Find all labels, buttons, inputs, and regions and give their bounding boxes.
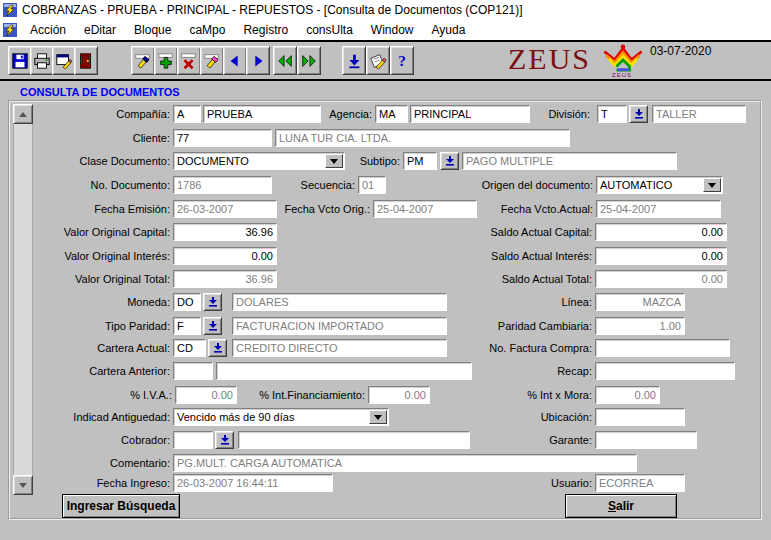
division-lov-button[interactable]: [629, 105, 648, 123]
previous-record-icon: [226, 52, 244, 70]
enter-query-button[interactable]: [131, 46, 155, 75]
tipo-paridad-code-field[interactable]: F: [173, 317, 201, 335]
origen-documento-select[interactable]: AUTOMATICO: [596, 176, 723, 194]
valor-original-interes-field[interactable]: 0.00: [173, 247, 277, 265]
int-financiamiento-field[interactable]: 0.00: [368, 386, 430, 404]
cobrador-lov-button[interactable]: [215, 431, 234, 449]
iva-field[interactable]: 0.00: [175, 386, 237, 404]
ubicacion-field[interactable]: [595, 408, 685, 426]
lov-arrow-icon: [212, 342, 224, 354]
next-record-button[interactable]: [246, 46, 270, 75]
menu-bloque[interactable]: Bloque: [125, 21, 180, 39]
menu-accion[interactable]: Acción: [21, 21, 75, 39]
valor-original-interes-label: Valor Original Interés:: [38, 249, 170, 264]
menu-editar[interactable]: eDitar: [75, 21, 125, 39]
valor-original-total-label: Valor Original Total:: [38, 272, 170, 287]
menu-window[interactable]: Window: [362, 21, 423, 39]
division-name-field[interactable]: TALLER: [652, 105, 746, 123]
subtipo-code-field[interactable]: PM: [403, 152, 437, 170]
iva-label: % I.V.A.:: [60, 388, 172, 403]
moneda-lov-button[interactable]: [203, 293, 222, 311]
linea-label: Línea:: [500, 295, 592, 310]
edit-button[interactable]: [366, 46, 390, 75]
cartera-anterior-name-field[interactable]: [216, 362, 472, 380]
next-block-button[interactable]: [297, 46, 321, 75]
valor-original-total-field[interactable]: 36.96: [173, 270, 277, 288]
clase-documento-select[interactable]: DOCUMENTO: [173, 152, 345, 170]
recap-field[interactable]: [595, 362, 735, 380]
cartera-actual-lov-button[interactable]: [208, 339, 227, 357]
vertical-scrollbar[interactable]: [13, 104, 33, 495]
moneda-code-field[interactable]: DO: [173, 293, 201, 311]
fecha-emision-field[interactable]: 26-03-2007: [173, 200, 277, 218]
secuencia-field[interactable]: 01: [358, 176, 386, 194]
form-icon: [3, 23, 17, 37]
cliente-code-field[interactable]: 77: [173, 129, 272, 147]
agencia-code-field[interactable]: MA: [375, 105, 408, 123]
delete-record-icon: [180, 52, 198, 70]
moneda-name-field[interactable]: DOLARES: [232, 293, 447, 311]
save-button[interactable]: [8, 46, 32, 75]
scroll-down-icon: [19, 483, 27, 492]
fecha-vcto-actual-label: Fecha Vcto.Actual:: [490, 202, 593, 217]
menu-campo[interactable]: caMpo: [180, 21, 234, 39]
help-button[interactable]: ?: [390, 46, 414, 75]
compania-code-field[interactable]: A: [173, 105, 201, 123]
saldo-actual-interes-field[interactable]: 0.00: [595, 247, 727, 265]
int-mora-label: % Int x Mora:: [490, 388, 592, 403]
print-button[interactable]: [30, 46, 54, 75]
indicad-antiguedad-select[interactable]: Vencido más de 90 días: [173, 408, 389, 426]
menu-ayuda[interactable]: Ayuda: [423, 21, 475, 39]
no-factura-compra-label: No. Factura Compra:: [460, 341, 592, 356]
fecha-vcto-orig-field[interactable]: 25-04-2007: [373, 200, 477, 218]
no-documento-field[interactable]: 1786: [173, 176, 272, 194]
fecha-vcto-actual-field[interactable]: 25-04-2007: [596, 200, 721, 218]
salir-button[interactable]: Salir: [565, 494, 677, 518]
comentario-field[interactable]: PG.MULT. CARGA AUTOMATICA: [173, 454, 637, 472]
execute-query-icon: [203, 52, 221, 70]
valor-original-capital-field[interactable]: 36.96: [173, 223, 277, 241]
logo-caption: ZEUS: [604, 72, 640, 78]
tipo-paridad-name-field[interactable]: FACTURACION IMPORTADO: [232, 317, 447, 335]
usuario-field[interactable]: ECORREA: [595, 474, 685, 492]
garante-field[interactable]: [595, 431, 697, 449]
indicad-antiguedad-label: Indicad Antiguedad:: [38, 410, 170, 425]
list-of-values-button[interactable]: [342, 46, 366, 75]
delete-record-button[interactable]: [177, 46, 201, 75]
cartera-actual-name-field[interactable]: CREDITO DIRECTO: [232, 339, 447, 357]
no-factura-compra-field[interactable]: [595, 339, 730, 357]
subtipo-lov-button[interactable]: [440, 152, 459, 170]
recap-label: Recap:: [520, 364, 592, 379]
menu-consulta[interactable]: consUlta: [297, 21, 362, 39]
linea-field[interactable]: MAZCA: [595, 293, 685, 311]
origen-documento-dropdown-button[interactable]: [703, 178, 721, 192]
execute-query-button[interactable]: [200, 46, 224, 75]
saldo-actual-total-field[interactable]: 0.00: [595, 270, 727, 288]
menu-registro[interactable]: Registro: [234, 21, 297, 39]
paridad-cambiaria-field[interactable]: 1.00: [595, 317, 685, 335]
int-mora-field[interactable]: 0.00: [595, 386, 660, 404]
exit-door-icon: [77, 52, 95, 70]
cobrador-code-field[interactable]: [173, 431, 213, 449]
cartera-actual-label: Cartera Actual:: [38, 341, 170, 356]
tipo-paridad-label: Tipo Paridad:: [38, 319, 170, 334]
division-code-field[interactable]: T: [597, 105, 627, 123]
cliente-name-field[interactable]: LUNA TUR CIA. LTDA.: [275, 129, 570, 147]
saldo-actual-capital-field[interactable]: 0.00: [595, 223, 727, 241]
cartera-actual-code-field[interactable]: CD: [173, 339, 206, 357]
exit-button[interactable]: [74, 46, 98, 75]
cartera-anterior-code-field[interactable]: [173, 362, 213, 380]
ingresar-busqueda-button[interactable]: Ingresar Búsqueda: [62, 494, 180, 518]
fecha-ingreso-field[interactable]: 26-03-2007 16:44:11: [173, 474, 333, 492]
svg-text:?: ?: [398, 52, 406, 69]
insert-record-button[interactable]: [154, 46, 178, 75]
previous-record-button[interactable]: [223, 46, 247, 75]
indicad-antiguedad-dropdown-button[interactable]: [369, 410, 387, 424]
clear-form-button[interactable]: [52, 46, 76, 75]
subtipo-name-field[interactable]: PAGO MULTIPLE: [462, 152, 677, 170]
scroll-up-button[interactable]: [13, 104, 33, 124]
cobrador-name-field[interactable]: [238, 431, 470, 449]
tipo-paridad-lov-button[interactable]: [203, 317, 222, 335]
previous-block-button[interactable]: [273, 46, 297, 75]
scroll-down-button[interactable]: [13, 475, 33, 495]
